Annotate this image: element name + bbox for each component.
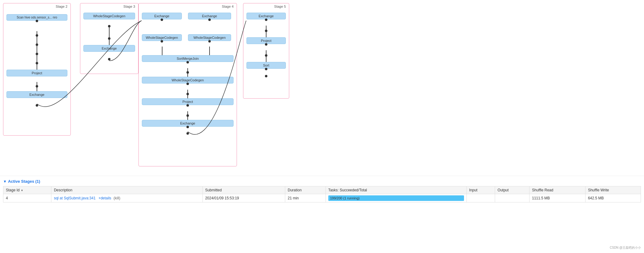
cell-shuffle-write: 642.5 MB xyxy=(585,194,641,202)
stage-5-label: Stage 5 xyxy=(274,5,286,8)
cell-stage-id: 4 xyxy=(3,194,51,202)
col-tasks: Tasks: Succeeded/Total xyxy=(326,186,466,194)
col-stage-id[interactable]: Stage Id ▼ xyxy=(3,186,51,194)
description-link[interactable]: sql at SqlSubmit.java:341 xyxy=(54,196,95,200)
node-exchange-s2[interactable]: Exchange xyxy=(6,91,67,98)
col-shuffle-read: Shuffle Read xyxy=(530,186,586,194)
description-kill[interactable]: (kill) xyxy=(114,196,120,200)
watermark: CSDN @王磊吧的小小 xyxy=(610,246,641,250)
active-stages-title: Active Stages (1) xyxy=(8,179,40,184)
table-header-row: Stage Id ▼ Description Submitted Duratio… xyxy=(3,186,641,194)
cell-output xyxy=(495,194,530,202)
cell-shuffle-read: 1111.5 MB xyxy=(530,194,586,202)
stage-4-box: Stage 4 Exchange Exchange WholeStageCode… xyxy=(138,3,237,166)
col-description: Description xyxy=(51,186,203,194)
description-extra[interactable]: +details xyxy=(98,196,112,200)
col-shuffle-write: Shuffle Write xyxy=(585,186,641,194)
cell-description: sql at SqlSubmit.java:341 +details (kill… xyxy=(51,194,203,202)
cell-tasks: 199/200 (1 running) xyxy=(326,194,466,202)
col-submitted: Submitted xyxy=(202,186,285,194)
active-stages-section: ▼ Active Stages (1) Stage Id ▼ Descripti… xyxy=(0,176,644,202)
node-exchange-s3[interactable]: Exchange xyxy=(83,45,135,52)
col-output: Output xyxy=(495,186,530,194)
stage-5-box: Stage 5 Exchange Project xyxy=(243,3,289,99)
tasks-progress-bar: 199/200 (1 running) xyxy=(328,195,464,201)
stage-2-label: Stage 2 xyxy=(56,5,67,8)
stage-2-box: Stage 2 Scan hive ods.sensor_s... nro Pr… xyxy=(3,3,71,136)
node-project-s2[interactable]: Project xyxy=(6,70,67,76)
active-stages-header[interactable]: ▼ Active Stages (1) xyxy=(3,179,644,184)
cell-submitted: 2024/01/09 15:53:19 xyxy=(202,194,285,202)
stage-3-label: Stage 3 xyxy=(123,5,135,8)
table-row: 4 sql at SqlSubmit.java:341 +details (ki… xyxy=(3,194,641,202)
stage-4-label: Stage 4 xyxy=(222,5,234,8)
dag-area: Stage 2 Scan hive ods.sensor_s... nro Pr… xyxy=(0,0,644,176)
stages-table: Stage Id ▼ Description Submitted Duratio… xyxy=(3,186,641,202)
col-input: Input xyxy=(466,186,495,194)
col-duration: Duration xyxy=(285,186,326,194)
main-container: Stage 2 Scan hive ods.sensor_s... nro Pr… xyxy=(0,0,644,253)
cell-input xyxy=(466,194,495,202)
sort-arrow-stage-id: ▼ xyxy=(21,189,23,192)
stage-3-box: Stage 3 WholeStageCodegen Exchange xyxy=(80,3,138,74)
collapse-icon[interactable]: ▼ xyxy=(3,179,7,184)
node-wsc-s3[interactable]: WholeStageCodegen xyxy=(83,13,135,19)
cell-duration: 21 min xyxy=(285,194,326,202)
